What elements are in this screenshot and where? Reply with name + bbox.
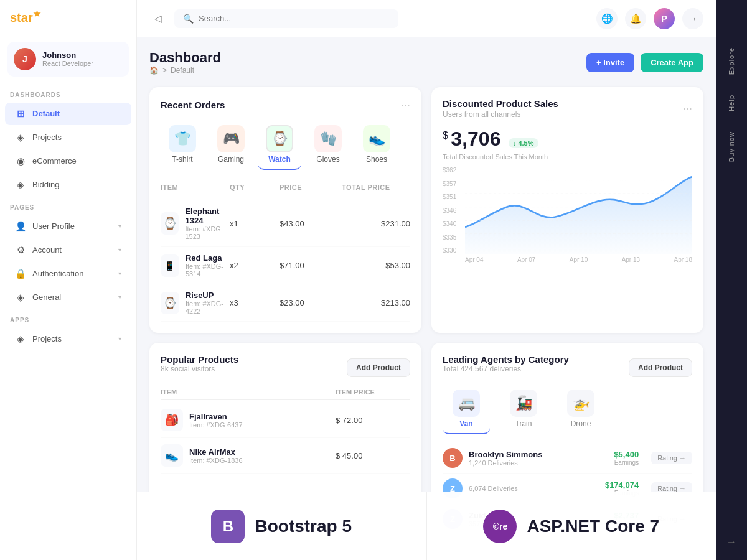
recent-orders-card: Recent Orders ··· 👕 T-shirt 🎮 Gaming ⌚ <box>149 87 421 333</box>
earnings-label: Earnings <box>614 459 639 466</box>
gaming-icon: 🎮 <box>217 125 245 152</box>
item-name: Elephant 1324 <box>185 207 230 225</box>
search-icon: 🔍 <box>183 14 194 24</box>
sidebar-item-user-profile[interactable]: 👤 User Profile ▾ <box>5 215 131 238</box>
category-tab-gloves[interactable]: 🧤 Gloves <box>306 120 350 170</box>
notification-icon-button[interactable]: 🔔 <box>625 8 646 29</box>
bootstrap-text: Bootstrap 5 <box>255 516 352 536</box>
topbar-actions: 🌐 🔔 P → <box>596 8 703 29</box>
agent-tab-train[interactable]: 🚂 Train <box>500 385 547 434</box>
page-actions: + Invite Create App <box>586 53 703 72</box>
agents-subtitle: Total 424,567 deliveries <box>443 365 569 373</box>
topbar-user-avatar[interactable]: P <box>654 8 675 29</box>
user-icon: 👤 <box>15 221 26 232</box>
agent-category-tabs: 🚐 Van 🚂 Train 🚁 Drone <box>443 385 692 434</box>
sidebar-toggle-button[interactable]: ◁ <box>149 10 167 27</box>
watch-icon: ⌚ <box>266 125 293 152</box>
create-app-button[interactable]: Create App <box>641 53 703 72</box>
projects-icon: ◈ <box>15 132 26 143</box>
chart-svg <box>465 167 692 254</box>
agent-deliveries: 1,240 Deliveries <box>469 459 542 467</box>
arrow-right-icon-button[interactable]: → <box>682 8 703 29</box>
item-code: Item: #XDG-4222 <box>186 300 230 315</box>
shoes-icon: 👟 <box>363 125 390 152</box>
agents-add-button[interactable]: Add Product <box>629 358 692 377</box>
item-total: $213.00 <box>342 298 410 307</box>
y-label: $340 <box>443 220 461 227</box>
rating-button[interactable]: Rating → <box>651 452 692 464</box>
item-qty: x3 <box>230 298 280 307</box>
main-content: ◁ 🔍 🌐 🔔 P → Dashboard 🏠 > Default <box>137 0 716 560</box>
sidebar-item-projects[interactable]: ◈ Projects <box>5 126 131 149</box>
sidebar-item-default[interactable]: ⊞ Default <box>5 103 131 125</box>
sidebar: star★ J Johnson React Developer DASHBOAR… <box>0 0 137 560</box>
help-panel-item[interactable]: Help <box>723 85 740 121</box>
list-item: 🎒 Fjallraven Item: #XDG-6437 $ 72.00 <box>161 403 410 438</box>
item-icon: 📱 <box>161 254 179 277</box>
drone-icon: 🚁 <box>567 390 594 417</box>
popular-header: Popular Products 8k social visitors Add … <box>161 354 410 381</box>
agent-earnings: $174,074 <box>605 480 639 490</box>
sales-subtitle: Users from all channels <box>443 110 558 119</box>
page-content: Dashboard 🏠 > Default + Invite Create Ap… <box>137 37 716 560</box>
user-role: React Developer <box>42 60 93 67</box>
sales-menu-icon[interactable]: ··· <box>683 102 692 115</box>
item-price: $71.00 <box>280 261 342 270</box>
table-row: 📱 Red Laga Item: #XDG-5314 x2 $71.00 $53… <box>161 247 410 284</box>
apps-icon: ◈ <box>15 334 26 345</box>
item-total: $53.00 <box>342 261 410 270</box>
currency-symbol: $ <box>443 130 448 141</box>
agent-tab-van[interactable]: 🚐 Van <box>443 385 490 434</box>
popular-table-header: ITEM ITEM PRICE <box>161 385 410 400</box>
section-label-apps: APPS <box>0 309 136 327</box>
chevron-down-icon: ▾ <box>118 270 121 277</box>
van-icon: 🚐 <box>453 390 480 417</box>
item-icon: ⌚ <box>161 292 179 314</box>
agent-avatar: B <box>443 448 463 468</box>
sidebar-item-bidding[interactable]: ◈ Bidding <box>5 174 131 196</box>
product-price: $ 72.00 <box>336 416 410 425</box>
list-item: 👟 Nike AirMax Item: #XDG-1836 $ 45.00 <box>161 438 410 474</box>
buy-now-panel-item[interactable]: Buy now <box>723 121 740 172</box>
y-label: $330 <box>443 247 461 254</box>
sales-card-header: Discounted Product Sales Users from all … <box>443 98 692 119</box>
item-price: $43.00 <box>280 219 342 228</box>
globe-icon-button[interactable]: 🌐 <box>596 8 618 29</box>
sidebar-item-general[interactable]: ◈ General ▾ <box>5 286 131 309</box>
agent-name: Brooklyn Simmons <box>469 450 542 459</box>
sales-badge: ↓ 4.5% <box>509 138 538 148</box>
sidebar-user-card[interactable]: J Johnson React Developer <box>7 42 129 77</box>
orders-menu-icon[interactable]: ··· <box>401 98 410 111</box>
breadcrumb-current: Default <box>171 66 194 75</box>
search-bar[interactable]: 🔍 <box>174 9 398 28</box>
chevron-down-icon: ▾ <box>118 335 121 342</box>
item-icon: ⌚ <box>161 212 179 235</box>
explore-panel-item[interactable]: Explore <box>723 37 740 85</box>
category-tab-tshirt[interactable]: 👕 T-shirt <box>161 120 204 170</box>
search-input[interactable] <box>199 14 390 23</box>
sidebar-item-label: Bidding <box>32 180 59 189</box>
agent-tab-drone[interactable]: 🚁 Drone <box>557 385 604 434</box>
sidebar-item-authentication[interactable]: 🔒 Authentication ▾ <box>5 263 131 285</box>
product-icon: 🎒 <box>161 409 183 431</box>
category-tab-shoes[interactable]: 👟 Shoes <box>355 120 398 170</box>
category-tab-watch[interactable]: ⌚ Watch <box>258 120 301 170</box>
aspnet-overlay[interactable]: ©re ASP.NET Core 7 <box>427 492 716 560</box>
sidebar-item-ecommerce[interactable]: ◉ eCommerce <box>5 150 131 172</box>
invite-button[interactable]: + Invite <box>586 53 634 72</box>
sidebar-item-projects-app[interactable]: ◈ Projects ▾ <box>5 328 131 350</box>
chevron-down-icon: ▾ <box>118 223 121 230</box>
agents-title: Leading Agents by Category <box>443 354 569 365</box>
gloves-icon: 🧤 <box>314 125 342 152</box>
item-qty: x1 <box>230 219 280 228</box>
bootstrap-overlay[interactable]: B Bootstrap 5 <box>137 492 427 560</box>
category-tab-gaming[interactable]: 🎮 Gaming <box>209 120 253 170</box>
sales-description: Total Discounted Sales This Month <box>443 153 692 161</box>
sidebar-item-label: eCommerce <box>32 156 77 166</box>
x-label: Apr 10 <box>570 256 588 263</box>
add-product-button[interactable]: Add Product <box>347 358 410 377</box>
product-icon: 👟 <box>161 444 183 467</box>
sidebar-item-account[interactable]: ⚙ Account ▾ <box>5 239 131 261</box>
y-label: $335 <box>443 234 461 241</box>
agent-earnings: $5,400 <box>614 450 639 459</box>
